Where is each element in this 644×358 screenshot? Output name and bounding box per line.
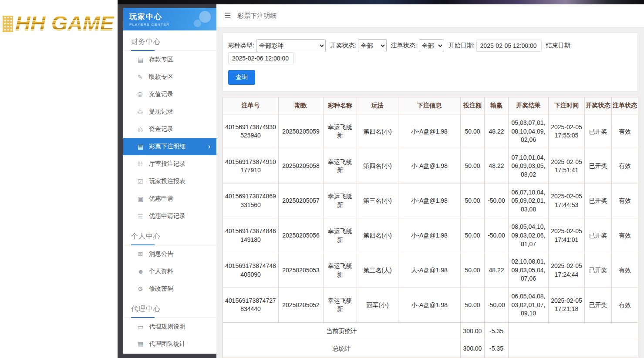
sidebar-item-password-gear[interactable]: ⚙修改密码 [123,280,216,298]
cell-draw-status: 已开奖 [585,253,612,288]
globe-decoration-icon [192,10,213,29]
main-pane: 玩家中心 PLAYERS CENTER 财务中心▤存款专区✎取款专区⛁充值记录⛀… [118,0,644,358]
withdraw-icon: ✎ [138,74,149,80]
summary-label: 当前页统计 [223,322,461,340]
summary-row: 总统计300.00-5.35 [223,340,638,358]
cell-lottery-name: 幸运飞艇新 [324,114,357,149]
end-date-label: 结束日期: [546,42,572,50]
promo-apply-icon: ▣ [138,195,149,202]
summary-row: 当前页统计300.00-5.35 [223,322,638,340]
summary-win-loss: -5.35 [485,340,509,358]
cell-order-no: 401569173874846149180 [223,218,279,253]
sidebar-item-label: 优惠申请记录 [149,212,185,220]
column-header-draw-result: 开奖结果 [509,97,549,114]
draw-status-select[interactable]: 全部 [358,39,387,52]
cell-order-status: 有效 [612,253,638,288]
sidebar-item-label: 玩家投注报表 [149,177,185,185]
cell-bet-time: 2025-02-05 17:44:53 [549,184,585,218]
sidebar-item-promo-apply-record[interactable]: ☰优惠申请记录 [123,207,216,225]
lottery-type-select[interactable]: 全部彩种 [256,39,326,52]
sidebar-item-hall-bet-record[interactable]: ☷厅室投注记录 [123,155,216,173]
brand-pane: HH GAME [0,0,118,358]
section-title: 财务中心 [123,30,216,51]
sidebar-item-recharge-record[interactable]: ⛁充值记录 [123,86,216,103]
summary-win-loss: -5.35 [485,322,509,340]
sidebar-item-label: 优惠申请 [149,195,173,203]
column-header-play-type: 玩法 [357,97,398,114]
cell-bet-time: 2025-02-05 17:51:41 [549,149,585,184]
table-row: 40156917387493052594020250205059幸运飞艇新第四名… [223,114,638,149]
cell-order-status: 有效 [612,218,638,253]
end-date-input[interactable] [228,52,293,64]
cell-draw-result: 06,07,10,04,05,09,02,01,03,08 [509,184,549,218]
brand-logo: HH GAME [3,11,114,35]
sidebar-item-label: 厅室投注记录 [149,160,185,168]
lottery-bet-detail-icon: ▤ [138,143,149,150]
sidebar-item-deposit[interactable]: ▤存款专区 [123,51,216,68]
bet-table-card: 注单号期数彩种名称玩法下注信息投注额输赢开奖结果下注时间开奖状态注单状态 401… [223,97,638,358]
cell-play-type: 第四名(小) [357,218,398,253]
column-header-bet-info: 下注信息 [398,97,461,114]
sidebar-item-label: 修改密码 [149,285,173,293]
cell-draw-status: 已开奖 [585,184,612,218]
bet-status-select[interactable]: 全部 [419,39,444,52]
bet-table: 注单号期数彩种名称玩法下注信息投注额输赢开奖结果下注时间开奖状态注单状态 401… [223,97,638,358]
cell-bet-amount: 50.00 [461,149,485,184]
cell-order-status: 有效 [612,114,638,149]
funds-record-icon: ⚖ [138,126,149,133]
table-head: 注单号期数彩种名称玩法下注信息投注额输赢开奖结果下注时间开奖状态注单状态 [223,97,638,114]
cell-win-loss: 48.22 [485,253,509,288]
page-title: 彩票下注明细 [237,12,276,20]
agent-rules-icon: ▭ [138,323,149,330]
cell-draw-result: 05,03,07,01,08,10,04,09,02,06 [509,114,549,149]
cell-win-loss: 48.22 [485,149,509,184]
hall-bet-record-icon: ☷ [138,161,149,167]
sidebar-item-label: 代理规则说明 [149,323,185,331]
cell-period: 20250205056 [279,218,324,253]
cell-play-type: 第四名(小) [357,149,398,184]
table-row: 40156917387486933156020250205057幸运飞艇新第三名… [223,184,638,218]
bet-status-label: 注单状态: [391,42,417,50]
sidebar-item-cashout-record[interactable]: ⛀提现记录 [123,103,216,120]
cell-order-no: 401569173874748405090 [223,253,279,288]
sidebar-item-funds-record[interactable]: ⚖资金记录 [123,120,216,138]
cell-order-status: 有效 [612,288,638,322]
cell-period: 20250205053 [279,253,324,288]
sidebar-item-profile[interactable]: ☻个人资料 [123,263,216,280]
cell-bet-amount: 50.00 [461,114,485,149]
sidebar-item-agent-team-stats[interactable]: ▦代理团队统计 [123,335,216,353]
cell-order-no: 401569173874930525940 [223,114,279,149]
cell-play-type: 冠军(小) [357,288,398,322]
column-header-order-no: 注单号 [223,97,279,114]
chevron-right-icon: › [208,143,210,151]
sidebar-item-player-bet-report[interactable]: ☑玩家投注报表 [123,173,216,190]
sidebar-item-label: 代理团队统计 [149,340,185,348]
password-gear-icon: ⚙ [138,285,149,292]
cashout-record-icon: ⛀ [138,108,149,115]
start-date-input[interactable] [476,40,542,52]
section-title: 代理中心 [123,298,216,318]
table-row: 40156917387474840509020250205053幸运飞艇新第三名… [223,253,638,288]
sidebar-item-promo-apply[interactable]: ▣优惠申请 [123,190,216,207]
agent-team-stats-icon: ▦ [138,341,149,348]
sidebar-item-label: 取款专区 [149,73,173,81]
sidebar-item-lottery-bet-detail[interactable]: ▤彩票下注明细› [123,138,216,155]
cell-order-no: 401569173874869331560 [223,184,279,218]
cell-play-type: 第三名(小) [357,184,398,218]
sidebar-item-message[interactable]: ✉消息公告 [123,245,216,263]
menu-toggle-icon[interactable]: ☰ [224,11,231,20]
column-header-win-loss: 输赢 [485,97,509,114]
sidebar-item-label: 提现记录 [149,108,173,116]
sidebar-item-agent-rules[interactable]: ▭代理规则说明 [123,318,216,335]
cell-lottery-name: 幸运飞艇新 [324,149,357,184]
cell-period: 20250205058 [279,149,324,184]
search-button[interactable]: 查询 [228,70,255,85]
cell-draw-status: 已开奖 [585,149,612,184]
cell-lottery-name: 幸运飞艇新 [324,288,357,322]
player-bet-report-icon: ☑ [138,178,149,185]
cell-bet-amount: 50.00 [461,253,485,288]
table-row: 40156917387484614918020250205056幸运飞艇新第四名… [223,218,638,253]
cell-play-type: 第四名(小) [357,114,398,149]
column-header-period: 期数 [279,97,324,114]
sidebar-item-withdraw[interactable]: ✎取款专区 [123,68,216,86]
